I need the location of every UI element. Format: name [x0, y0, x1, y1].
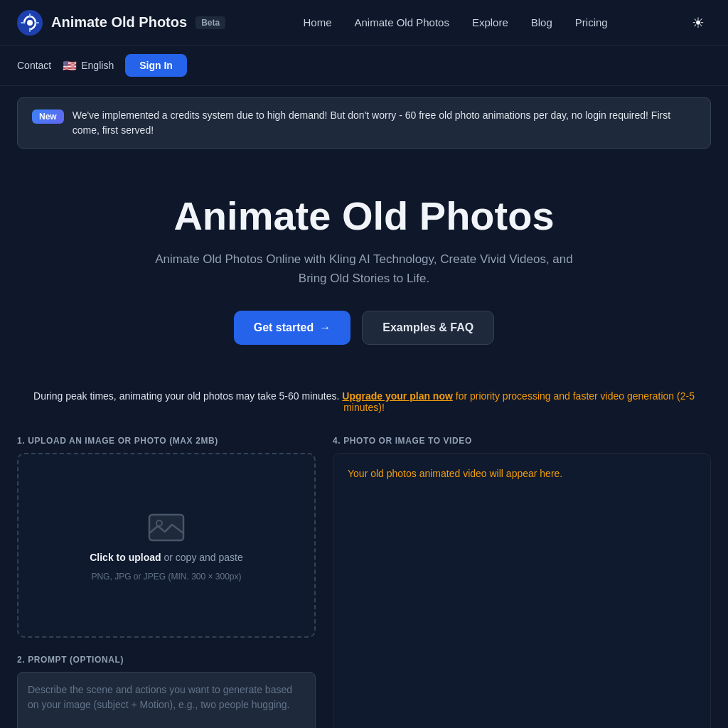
- video-section-label: 4. PHOTO OR IMAGE TO VIDEO: [333, 436, 711, 446]
- right-panel: 4. PHOTO OR IMAGE TO VIDEO Your old phot…: [333, 436, 711, 728]
- upload-section-label: 1. UPLOAD AN IMAGE OR PHOTO (MAX 2MB): [17, 436, 316, 446]
- video-placeholder-text: Your old photos animated video will appe…: [348, 468, 562, 479]
- examples-faq-button[interactable]: Examples & FAQ: [362, 311, 494, 345]
- flag-icon: 🇺🇸: [63, 59, 77, 73]
- header-left: Animate Old Photos Beta: [17, 10, 225, 36]
- arrow-icon: →: [319, 321, 331, 334]
- nav-pricing[interactable]: Pricing: [575, 16, 608, 28]
- language-selector[interactable]: 🇺🇸 English: [63, 59, 114, 73]
- announcement-banner: New We've implemented a credits system d…: [17, 97, 711, 149]
- nav-blog[interactable]: Blog: [531, 16, 552, 28]
- get-started-button[interactable]: Get started →: [234, 311, 350, 345]
- app-title: Animate Old Photos: [51, 14, 187, 31]
- logo-icon: [17, 10, 43, 36]
- sign-in-button[interactable]: Sign In: [125, 54, 187, 77]
- header-right: ☀: [685, 10, 711, 36]
- nav-animate[interactable]: Animate Old Photos: [355, 16, 449, 28]
- svg-rect-2: [149, 515, 183, 540]
- hero-section: Animate Old Photos Animate Old Photos On…: [0, 160, 728, 390]
- peak-time-notice: During peak times, animating your old ph…: [0, 390, 728, 413]
- upload-area[interactable]: Click to upload or copy and paste PNG, J…: [17, 453, 316, 638]
- hero-title: Animate Old Photos: [17, 194, 711, 238]
- hero-buttons: Get started → Examples & FAQ: [17, 311, 711, 345]
- upload-click-bold: Click to upload: [90, 552, 161, 563]
- beta-badge: Beta: [196, 16, 225, 29]
- contact-link[interactable]: Contact: [17, 60, 51, 71]
- language-label: English: [81, 60, 114, 71]
- upload-hint: PNG, JPG or JPEG (MIN. 300 × 300px): [91, 572, 241, 582]
- announcement-text: We've implemented a credits system due t…: [73, 108, 696, 138]
- peak-notice-text: During peak times, animating your old ph…: [33, 390, 339, 402]
- subheader: Contact 🇺🇸 English Sign In: [0, 46, 728, 86]
- left-panel: 1. UPLOAD AN IMAGE OR PHOTO (MAX 2MB) Cl…: [17, 436, 316, 728]
- prompt-section-label: 2. PROMPT (OPTIONAL): [17, 655, 316, 665]
- hero-subtitle: Animate Old Photos Online with Kling AI …: [151, 250, 577, 288]
- main-nav: Home Animate Old Photos Explore Blog Pri…: [303, 16, 607, 28]
- upload-click-text: Click to upload or copy and paste: [90, 552, 243, 563]
- video-output-area: Your old photos animated video will appe…: [333, 453, 711, 728]
- prompt-textarea[interactable]: [17, 672, 316, 728]
- main-header: Animate Old Photos Beta Home Animate Old…: [0, 0, 728, 46]
- upgrade-link[interactable]: Upgrade your plan now: [342, 390, 453, 402]
- nav-home[interactable]: Home: [303, 16, 331, 28]
- theme-toggle-button[interactable]: ☀: [685, 10, 711, 36]
- upload-click-rest: or copy and paste: [164, 552, 242, 563]
- main-content: 1. UPLOAD AN IMAGE OR PHOTO (MAX 2MB) Cl…: [0, 436, 728, 728]
- upload-icon: [146, 509, 186, 543]
- svg-point-1: [27, 20, 33, 26]
- nav-explore[interactable]: Explore: [472, 16, 508, 28]
- get-started-label: Get started: [254, 321, 314, 334]
- new-badge: New: [32, 109, 64, 124]
